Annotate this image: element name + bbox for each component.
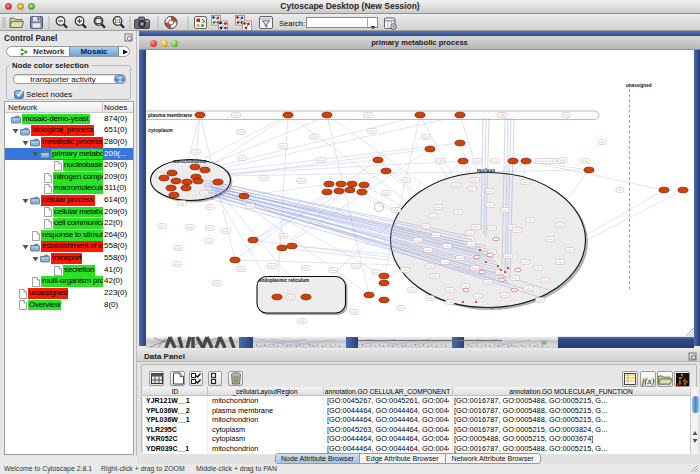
- svg-text:f(x): f(x): [642, 376, 655, 386]
- svg-text:unassigned: unassigned: [626, 83, 652, 88]
- svg-text:1:1: 1:1: [114, 19, 121, 24]
- svg-text:nucleus: nucleus: [477, 168, 495, 173]
- svg-text:plasma membrane: plasma membrane: [148, 112, 192, 118]
- svg-text:mitochondrion: mitochondrion: [173, 159, 207, 164]
- svg-text:cytoplasm: cytoplasm: [148, 127, 173, 133]
- svg-text:endoplasmic reticulum: endoplasmic reticulum: [259, 278, 309, 283]
- svg-text:Search:: Search:: [279, 19, 305, 28]
